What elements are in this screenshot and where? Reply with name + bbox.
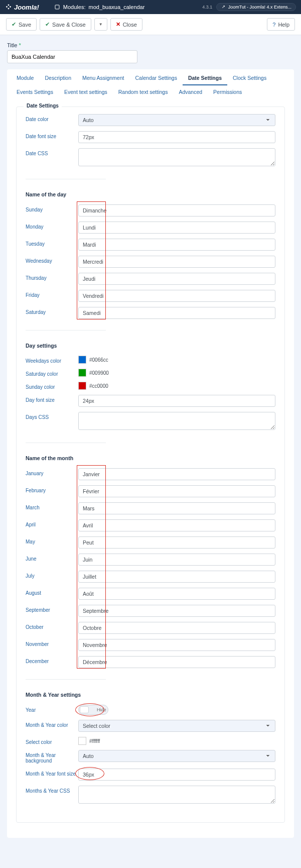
my-color-select[interactable]: Select color <box>78 720 275 732</box>
tab-permissions[interactable]: Permissions <box>208 85 247 99</box>
field-label: September <box>26 605 78 613</box>
month-name-input[interactable] <box>78 468 275 480</box>
close-icon: ✕ <box>116 21 120 28</box>
month-name-input[interactable] <box>78 536 275 549</box>
save-dropdown-button[interactable]: ▼ <box>94 18 107 31</box>
month-name-input[interactable] <box>78 519 275 531</box>
site-badge[interactable]: JoomTut - Joomla! 4.x Extens... <box>216 3 296 11</box>
day-font-size-input[interactable] <box>78 395 275 407</box>
month-name-input[interactable] <box>78 588 275 600</box>
color-swatch[interactable] <box>78 356 86 364</box>
day-name-input[interactable] <box>78 273 275 285</box>
help-button[interactable]: ? Help <box>267 18 295 31</box>
month-name-input[interactable] <box>78 639 275 651</box>
tab-description[interactable]: Description <box>39 71 77 85</box>
chevron-down-icon: ▼ <box>99 22 103 27</box>
field-label: August <box>26 588 78 596</box>
field-label: Sunday color <box>26 382 78 390</box>
field-label: Month & Year font size <box>26 769 78 777</box>
field-label: Thursday <box>26 273 78 281</box>
top-navbar: Joomla! Modules: mod_buaxua_calendar 4.3… <box>0 0 301 14</box>
day-name-input[interactable] <box>78 307 275 319</box>
brand-text: Joomla! <box>14 4 39 11</box>
field-label: February <box>26 485 78 493</box>
section-heading: Month & Year settings <box>26 692 275 698</box>
svg-rect-0 <box>55 5 59 9</box>
date-color-select[interactable]: Auto <box>78 114 275 126</box>
title-label: Title * <box>7 42 294 48</box>
month-name-input[interactable] <box>78 622 275 634</box>
tab-advanced[interactable]: Advanced <box>173 85 208 99</box>
section-heading: Day settings <box>26 343 275 349</box>
toggle-knob <box>80 706 89 713</box>
field-label: Month & Year color <box>26 720 78 728</box>
day-name-input[interactable] <box>78 204 275 216</box>
month-name-input[interactable] <box>78 554 275 566</box>
field-label: July <box>26 571 78 579</box>
joomla-logo[interactable]: Joomla! <box>5 4 39 11</box>
my-bg-select[interactable]: Auto <box>78 750 275 762</box>
action-toolbar: ✔ Save ✔ Save & Close ▼ ✕ Close ? Help <box>0 14 301 35</box>
field-label: Days CSS <box>26 412 78 420</box>
field-label: Saturday color <box>26 369 78 377</box>
field-label: June <box>26 554 78 562</box>
tabs-bar: ModuleDescriptionMenu AssignmentCalendar… <box>7 69 294 99</box>
field-label: Months & Year CSS <box>26 786 78 794</box>
divider <box>26 330 106 331</box>
my-font-size-input[interactable] <box>78 769 275 781</box>
tab-module[interactable]: Module <box>11 71 39 85</box>
tab-menu-assignment[interactable]: Menu Assignment <box>77 71 129 85</box>
month-name-input[interactable] <box>78 502 275 514</box>
year-toggle[interactable]: Hide <box>78 705 108 715</box>
tab-calendar-settings[interactable]: Calendar Settings <box>129 71 182 85</box>
tab-random-text-settings[interactable]: Random text settings <box>113 85 174 99</box>
month-name-input[interactable] <box>78 571 275 583</box>
day-name-input[interactable] <box>78 222 275 234</box>
help-icon: ? <box>272 22 275 28</box>
my-css-textarea[interactable] <box>78 786 275 804</box>
tab-event-text-settings[interactable]: Event text settings <box>59 85 113 99</box>
month-name-input[interactable] <box>78 605 275 617</box>
joomla-version: 4.3.1 <box>202 5 212 10</box>
field-label: Friday <box>26 290 78 298</box>
date-font-size-input[interactable] <box>78 131 275 143</box>
field-label: Month & Year background <box>26 750 78 764</box>
month-name-input[interactable] <box>78 656 275 668</box>
field-label: Wednesday <box>26 256 78 264</box>
month-name-input[interactable] <box>78 485 275 497</box>
field-label: Date font size <box>26 131 78 139</box>
days-css-textarea[interactable] <box>78 412 275 430</box>
tab-clock-settings[interactable]: Clock Settings <box>227 71 272 85</box>
field-label: Weekdays color <box>26 356 78 364</box>
field-label: Date color <box>26 114 78 122</box>
main-panel: ModuleDescriptionMenu AssignmentCalendar… <box>7 69 294 838</box>
tab-date-settings[interactable]: Date Settings <box>183 71 227 85</box>
save-icon: ✔ <box>45 21 50 28</box>
divider <box>26 679 106 680</box>
field-label: Date CSS <box>26 148 78 156</box>
module-breadcrumb: Modules: mod_buaxua_calendar <box>54 4 145 10</box>
tab-events-settings[interactable]: Events Settings <box>11 85 59 99</box>
day-name-input[interactable] <box>78 290 275 302</box>
field-label: Day font size <box>26 395 78 403</box>
color-swatch[interactable] <box>78 382 86 390</box>
color-swatch[interactable] <box>78 369 86 377</box>
close-button[interactable]: ✕ Close <box>110 18 142 31</box>
color-swatch[interactable] <box>78 737 86 745</box>
field-label: November <box>26 639 78 647</box>
field-label: Saturday <box>26 307 78 315</box>
divider <box>26 179 106 179</box>
title-input[interactable] <box>7 50 137 63</box>
field-label: Sunday <box>26 204 78 212</box>
field-label: April <box>26 519 78 527</box>
fieldset-legend: Date Settings <box>24 103 62 108</box>
date-settings-fieldset: Date Settings Date color Auto Date font … <box>16 106 285 823</box>
field-label: Tuesday <box>26 239 78 247</box>
day-name-input[interactable] <box>78 239 275 251</box>
day-name-input[interactable] <box>78 256 275 268</box>
section-heading: Name of the month <box>26 455 275 461</box>
save-button[interactable]: ✔ Save <box>6 18 37 31</box>
date-css-textarea[interactable] <box>78 148 275 166</box>
save-close-button[interactable]: ✔ Save & Close <box>40 18 91 31</box>
field-label: May <box>26 536 78 545</box>
